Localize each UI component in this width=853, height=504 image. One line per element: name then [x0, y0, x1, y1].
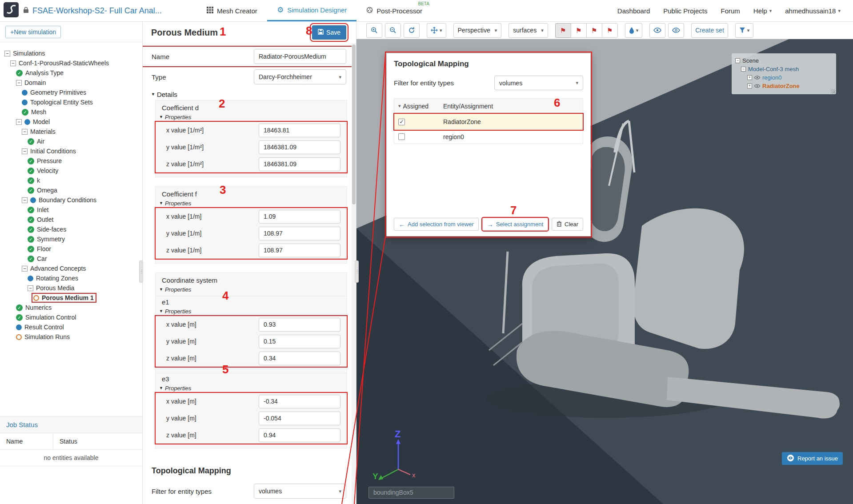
x-value-input[interactable]: [259, 318, 340, 332]
tab-mesh-creator[interactable]: Mesh Creator: [197, 0, 267, 21]
assignment-row-radiatorzone[interactable]: ✓ RadiatorZone: [394, 114, 583, 130]
nav-menu-user[interactable]: ahmedhussain18▾: [785, 7, 841, 15]
zoom-in-button[interactable]: [366, 23, 382, 38]
scene-tree-radiatorzone[interactable]: +RadiatorZone: [735, 82, 833, 90]
collapse-icon[interactable]: −: [22, 266, 28, 272]
sidebar-resize-handle[interactable]: ⋮: [139, 260, 143, 283]
quality-flag-2-button[interactable]: ⚑: [571, 23, 587, 38]
tree-item-conf-1[interactable]: −Conf-1-PorousRad-StaticWheels: [0, 58, 142, 68]
tree-item-result-control[interactable]: Result Control: [0, 322, 142, 332]
tree-item-domain[interactable]: −Domain: [0, 78, 142, 88]
type-select[interactable]: Darcy-Forchheimer▾: [254, 69, 346, 84]
checkbox-unchecked[interactable]: [398, 133, 405, 140]
simscale-logo[interactable]: [4, 2, 19, 19]
add-selection-button[interactable]: ←Add selection from viewer: [394, 218, 479, 231]
nav-link-public-projects[interactable]: Public Projects: [663, 7, 707, 15]
scene-tree-region0[interactable]: +region0: [735, 73, 833, 82]
tree-item-geometry-primitives[interactable]: Geometry Primitives: [0, 88, 142, 97]
name-input[interactable]: [254, 49, 346, 64]
create-set-button[interactable]: Create set: [691, 23, 728, 38]
tree-item-materials[interactable]: −Materials: [0, 127, 142, 136]
tab-post-processor[interactable]: Post-Processor BETA: [356, 0, 432, 21]
properties-collapse-header[interactable]: ▼Properties: [156, 285, 347, 294]
tree-item-analysis-type[interactable]: ✓Analysis Type: [0, 68, 142, 78]
tree-item-simulations[interactable]: −Simulations: [0, 48, 142, 58]
y-value-input[interactable]: [259, 335, 340, 348]
tree-item-simulation-control[interactable]: ✓Simulation Control: [0, 312, 142, 322]
tab-simulation-designer[interactable]: ⚙ Simulation Designer: [267, 0, 356, 21]
panel-resize-handle[interactable]: ⋮: [355, 260, 359, 283]
x-value-input[interactable]: [259, 124, 340, 137]
collapse-icon[interactable]: −: [16, 80, 22, 86]
eye-icon[interactable]: [754, 83, 760, 89]
tree-item-advanced-concepts[interactable]: −Advanced Concepts: [0, 264, 142, 273]
tree-item-pressure[interactable]: ✓Pressure: [0, 156, 142, 166]
properties-collapse-header[interactable]: ▼Properties: [156, 384, 347, 393]
z-value-input[interactable]: [259, 352, 340, 365]
tree-item-car[interactable]: ✓Car: [0, 254, 142, 264]
scrollbar-thumb[interactable]: [352, 44, 356, 204]
scene-tree-mesh[interactable]: −Model-Conf-3 mesh: [735, 65, 833, 73]
bounding-box-label[interactable]: boundingBox5: [368, 487, 454, 499]
tree-item-mesh[interactable]: ✓Mesh: [0, 107, 142, 117]
scene-tree-root[interactable]: −Scene: [735, 56, 833, 65]
x-value-input[interactable]: [259, 210, 340, 224]
z-value-input[interactable]: [259, 428, 340, 442]
collapse-icon[interactable]: −: [735, 58, 740, 63]
tree-item-porous-medium-1[interactable]: Porous Medium 1: [0, 293, 142, 303]
eye-icon[interactable]: [754, 74, 760, 81]
properties-collapse-header[interactable]: ▼Properties: [156, 307, 347, 316]
properties-collapse-header[interactable]: ▼Properties: [156, 113, 347, 122]
hide-selection-button[interactable]: [668, 23, 684, 38]
color-fill-button[interactable]: ▾: [625, 23, 643, 38]
show-selection-button[interactable]: [649, 23, 665, 38]
collapse-icon[interactable]: −: [28, 285, 33, 291]
tree-item-rotating-zones[interactable]: Rotating Zones: [0, 273, 142, 283]
tree-item-floor[interactable]: ✓Floor: [0, 244, 142, 254]
render-mode-select[interactable]: surfaces▾: [509, 23, 548, 38]
collapse-icon[interactable]: −: [10, 60, 16, 66]
y-value-input[interactable]: [259, 227, 340, 240]
details-collapse-header[interactable]: ▼Details: [143, 88, 352, 99]
expand-icon[interactable]: +: [747, 75, 752, 80]
report-issue-button[interactable]: Report an issue: [782, 452, 843, 465]
collapse-icon[interactable]: −: [741, 67, 746, 72]
overlay-resize-handle[interactable]: [831, 89, 835, 93]
reset-view-button[interactable]: [404, 23, 420, 38]
z-value-input[interactable]: [259, 244, 340, 257]
collapse-icon[interactable]: −: [16, 119, 22, 125]
entity-type-select[interactable]: volumes▾: [494, 76, 583, 90]
tree-item-topological-entity-sets[interactable]: Topological Entity Sets: [0, 97, 142, 107]
z-value-input[interactable]: [259, 157, 340, 171]
tree-item-outlet[interactable]: ✓Outlet: [0, 215, 142, 224]
properties-collapse-header[interactable]: ▼Properties: [156, 199, 347, 208]
tree-item-initial-conditions[interactable]: −Initial Conditions: [0, 146, 142, 156]
tree-item-side-faces[interactable]: ✓Side-faces: [0, 224, 142, 234]
checkbox-checked[interactable]: ✓: [398, 119, 405, 125]
tree-item-numerics[interactable]: ✓Numerics: [0, 303, 142, 312]
entity-type-select[interactable]: volumes▾: [254, 484, 346, 499]
clear-button[interactable]: Clear: [552, 218, 583, 231]
quality-flag-3-button[interactable]: ⚑: [586, 23, 602, 38]
projection-select[interactable]: Perspective▾: [453, 23, 502, 38]
quality-flag-4-button[interactable]: ⚑: [602, 23, 618, 38]
nav-link-forum[interactable]: Forum: [721, 7, 740, 15]
y-value-input[interactable]: [259, 140, 340, 154]
x-value-input[interactable]: [259, 395, 340, 408]
assignment-row-region0[interactable]: region0: [394, 130, 583, 144]
quality-flag-1-button[interactable]: ⚑: [555, 23, 571, 38]
tree-item-porous-media[interactable]: −Porous Media: [0, 283, 142, 293]
zoom-out-button[interactable]: [385, 23, 401, 38]
filter-button[interactable]: ▾: [735, 23, 754, 38]
column-header-assigned[interactable]: ▾Assigned: [394, 103, 443, 110]
project-title[interactable]: FSAE-Workshop-S2- Full Car Anal...: [32, 6, 162, 16]
tree-item-inlet[interactable]: ✓Inlet: [0, 205, 142, 215]
tree-item-symmetry[interactable]: ✓Symmetry: [0, 234, 142, 244]
collapse-icon[interactable]: −: [22, 129, 28, 135]
expand-icon[interactable]: +: [747, 84, 752, 88]
tree-item-model[interactable]: −Model: [0, 117, 142, 127]
nav-link-dashboard[interactable]: Dashboard: [617, 7, 650, 15]
collapse-icon[interactable]: −: [22, 197, 28, 203]
tree-item-boundary-conditions[interactable]: −Boundary Conditions: [0, 195, 142, 205]
nav-menu-help[interactable]: Help▾: [753, 7, 772, 15]
